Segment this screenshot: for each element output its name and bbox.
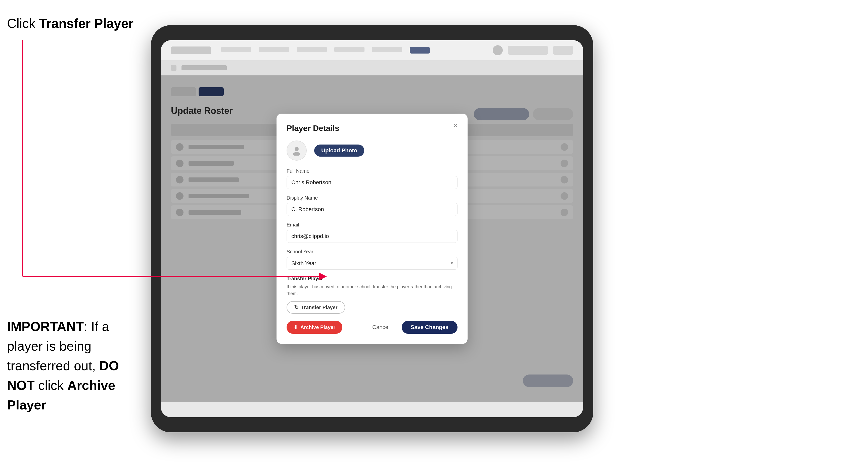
school-year-select[interactable]: First Year Second Year Third Year Fourth… <box>286 257 458 270</box>
header-settings-btn <box>553 46 573 55</box>
transfer-btn-label: Transfer Player <box>301 305 338 310</box>
sub-header-team-name <box>182 65 227 70</box>
avatar-placeholder <box>286 141 307 161</box>
sub-header-icon <box>171 65 177 71</box>
full-name-field: Full Name <box>286 168 458 189</box>
nav-item-community <box>259 47 289 52</box>
tablet-device: Update Roster <box>151 25 593 432</box>
sub-header <box>161 60 583 75</box>
player-details-modal: Player Details × Upload Photo <box>277 114 468 344</box>
nav-item-dashboard <box>221 47 251 52</box>
nav-item-subteam <box>372 47 402 52</box>
nav-item-schedule <box>334 47 365 52</box>
app-logo <box>171 46 211 54</box>
transfer-player-button[interactable]: ↻ Transfer Player <box>286 301 345 314</box>
transfer-section-description: If this player has moved to another scho… <box>286 283 458 297</box>
modal-close-button[interactable]: × <box>451 121 461 131</box>
school-year-label: School Year <box>286 249 458 255</box>
modal-overlay: Player Details × Upload Photo <box>161 75 583 402</box>
app-header <box>161 40 583 60</box>
email-label: Email <box>286 222 458 228</box>
modal-title: Player Details <box>286 124 458 133</box>
upload-photo-button[interactable]: Upload Photo <box>314 145 364 157</box>
top-instruction: Click Transfer Player <box>7 15 133 32</box>
archive-player-button[interactable]: ⬇ Archive Player <box>286 321 342 334</box>
cancel-button[interactable]: Cancel <box>365 321 396 334</box>
bottom-instruction: IMPORTANT: If a player is being transfer… <box>7 317 148 415</box>
photo-upload-row: Upload Photo <box>286 141 458 161</box>
header-right <box>493 45 573 55</box>
svg-point-3 <box>294 147 299 151</box>
email-input[interactable] <box>286 230 458 243</box>
school-year-field: School Year First Year Second Year Third… <box>286 249 458 270</box>
display-name-input[interactable] <box>286 203 458 216</box>
display-name-field: Display Name <box>286 195 458 216</box>
transfer-icon: ↻ <box>294 304 299 311</box>
save-changes-button[interactable]: Save Changes <box>402 321 458 334</box>
click-prefix: Click <box>7 16 39 31</box>
important-label: IMPORTANT <box>7 319 84 334</box>
content-area: Update Roster <box>161 75 583 402</box>
email-field: Email <box>286 222 458 243</box>
click-archive-text: click <box>35 378 67 393</box>
transfer-player-section: Transfer Player If this player has moved… <box>286 276 458 314</box>
nav-item-team <box>297 47 327 52</box>
modal-footer: ⬇ Archive Player Cancel Save Changes <box>286 321 458 334</box>
person-icon <box>291 146 302 156</box>
transfer-player-highlight: Transfer Player <box>39 16 133 31</box>
header-avatar <box>493 45 503 55</box>
full-name-input[interactable] <box>286 176 458 189</box>
school-year-select-wrapper: First Year Second Year Third Year Fourth… <box>286 257 458 270</box>
display-name-label: Display Name <box>286 195 458 201</box>
svg-point-4 <box>293 152 300 156</box>
tablet-screen: Update Roster <box>161 40 583 417</box>
transfer-section-label: Transfer Player <box>286 276 458 281</box>
nav-item-staff-active <box>410 47 430 54</box>
archive-icon: ⬇ <box>293 324 298 330</box>
header-add-roster-btn <box>508 46 548 55</box>
app-nav <box>221 47 483 54</box>
full-name-label: Full Name <box>286 168 458 174</box>
archive-btn-label: Archive Player <box>300 324 335 330</box>
